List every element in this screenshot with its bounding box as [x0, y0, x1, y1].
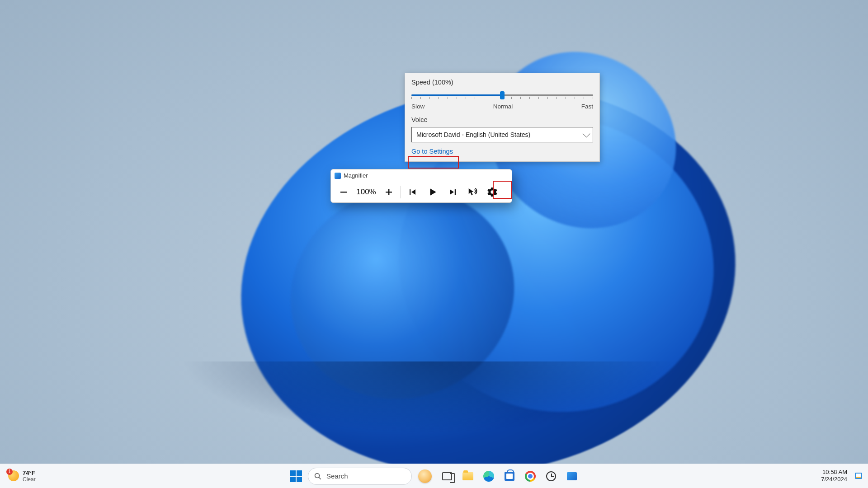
- taskbar-weather-widget[interactable]: 1 74°F Clear: [5, 468, 39, 484]
- skip-next-icon: [448, 188, 457, 197]
- svg-marker-6: [450, 189, 454, 195]
- svg-line-10: [319, 477, 321, 479]
- taskbar-time: 10:58 AM: [821, 469, 847, 476]
- cursor-sound-icon: [467, 187, 477, 197]
- taskbar-magnifier[interactable]: [563, 467, 581, 485]
- taskbar-search[interactable]: Search: [308, 468, 412, 485]
- taskbar-search-placeholder: Search: [326, 472, 348, 480]
- taskbar-microsoft-store[interactable]: [500, 467, 519, 485]
- svg-point-9: [315, 473, 320, 478]
- previous-sentence-button[interactable]: [403, 183, 423, 201]
- voice-select-value: Microsoft David - English (United States…: [416, 131, 530, 138]
- next-sentence-button[interactable]: [443, 183, 462, 201]
- svg-rect-3: [410, 189, 410, 195]
- weather-temp: 74°F: [23, 469, 36, 476]
- zoom-value: 100%: [354, 188, 379, 197]
- svg-rect-2: [388, 189, 389, 195]
- chrome-icon: [525, 471, 536, 482]
- speed-label: Speed (100%): [411, 79, 593, 86]
- start-button[interactable]: [287, 467, 305, 485]
- taskbar-task-view[interactable]: [438, 467, 456, 485]
- taskbar-clock-app[interactable]: [542, 467, 560, 485]
- play-button[interactable]: [423, 183, 443, 201]
- taskbar-file-explorer[interactable]: [459, 467, 477, 485]
- taskbar-date: 7/24/2024: [821, 476, 847, 483]
- magnifier-taskbar-icon: [567, 472, 577, 480]
- speed-slider-mid-label: Normal: [493, 103, 513, 110]
- speed-slider-max-label: Fast: [581, 103, 593, 110]
- taskbar-chrome[interactable]: [521, 467, 539, 485]
- tray-generic-icon: [854, 471, 863, 480]
- magnifier-icon: [335, 173, 341, 179]
- svg-rect-13: [856, 477, 861, 478]
- magnifier-window[interactable]: Magnifier 100%: [330, 169, 512, 203]
- settings-button[interactable]: [482, 183, 502, 201]
- svg-marker-4: [411, 189, 415, 195]
- tray-app-icon[interactable]: [854, 471, 863, 481]
- go-to-settings-link[interactable]: Go to Settings: [411, 148, 453, 155]
- magnifier-settings-popup: Speed (100%) Slow Normal Fast Voice Micr…: [405, 73, 600, 162]
- speed-slider-min-label: Slow: [411, 103, 425, 110]
- taskbar: 1 74°F Clear Search 10:58 AM 7/24/2024: [0, 464, 868, 488]
- zoom-in-button[interactable]: [379, 183, 399, 201]
- divider: [401, 186, 401, 198]
- weather-cond: Clear: [23, 476, 36, 483]
- windows-logo-icon: [290, 470, 302, 482]
- weather-badge: 1: [6, 469, 13, 475]
- speed-slider-thumb[interactable]: [500, 91, 505, 99]
- magnifier-title: Magnifier: [344, 172, 368, 179]
- store-icon: [505, 472, 514, 481]
- edge-icon: [483, 471, 494, 482]
- minus-icon: [339, 188, 348, 197]
- svg-marker-8: [469, 188, 474, 195]
- svg-rect-7: [455, 189, 456, 195]
- speed-slider[interactable]: [411, 90, 593, 100]
- file-explorer-icon: [462, 472, 473, 480]
- svg-rect-0: [340, 192, 347, 192]
- svg-marker-5: [430, 188, 436, 195]
- taskbar-clock[interactable]: 10:58 AM 7/24/2024: [821, 469, 847, 483]
- voice-label: Voice: [411, 116, 593, 123]
- weather-icon: 1: [8, 470, 19, 481]
- taskbar-edge[interactable]: [480, 467, 498, 485]
- taskbar-search-highlight[interactable]: [415, 468, 435, 485]
- clock-icon: [546, 471, 556, 481]
- search-highlight-icon: [418, 469, 432, 483]
- gear-icon: [487, 187, 497, 197]
- skip-previous-icon: [408, 188, 417, 197]
- magnifier-titlebar[interactable]: Magnifier: [331, 169, 512, 180]
- zoom-out-button[interactable]: [334, 183, 354, 201]
- plus-icon: [384, 188, 393, 197]
- search-icon: [314, 472, 322, 480]
- read-from-here-button[interactable]: [462, 183, 482, 201]
- chevron-down-icon: [583, 130, 590, 137]
- task-view-icon: [442, 472, 452, 480]
- voice-select[interactable]: Microsoft David - English (United States…: [411, 127, 593, 142]
- play-icon: [428, 187, 438, 197]
